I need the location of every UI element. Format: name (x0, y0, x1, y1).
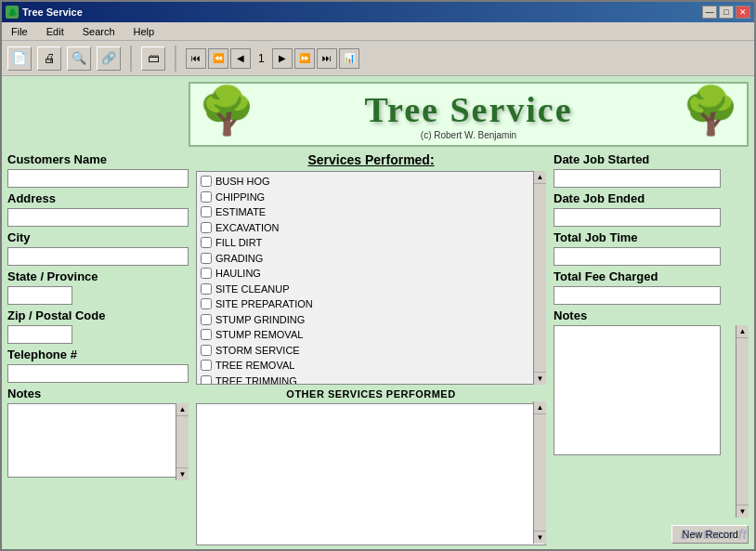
other-scroll-up[interactable]: ▲ (534, 401, 546, 414)
check-treeremoval[interactable] (201, 360, 212, 371)
check-treetrimming[interactable] (201, 375, 212, 385)
service-label: BUSH HOG (215, 174, 270, 190)
customers-name-label: Customers Name (7, 152, 189, 166)
total-fee-label: Total Fee Charged (554, 269, 749, 283)
print-button[interactable]: 🖨 (37, 46, 61, 71)
scroll-down-arrow[interactable]: ▼ (176, 467, 189, 480)
state-group: State / Province (7, 269, 189, 305)
menu-file[interactable]: File (6, 24, 33, 39)
banner-title: Tree Service (364, 89, 572, 130)
main-window: 🌲 Tree Service — □ ✕ File Edit Search He… (0, 0, 756, 551)
scroll-up-arrow[interactable]: ▲ (176, 403, 189, 416)
service-label: TREE REMOVAL (215, 358, 294, 374)
service-label: STUMP REMOVAL (215, 327, 303, 343)
search-button[interactable]: 🔍 (67, 46, 91, 71)
service-hauling: HAULING (201, 266, 541, 282)
other-services-box[interactable] (196, 403, 546, 545)
services-title: Services Performed: (196, 152, 546, 167)
service-siteprep: SITE PREPARATION (201, 296, 541, 312)
service-label: FILL DIRT (215, 235, 262, 251)
check-hauling[interactable] (201, 268, 212, 279)
service-chipping: CHIPPING (201, 190, 541, 205)
service-treeremoval: TREE REMOVAL (201, 358, 541, 374)
notes-scrollbar: ▲ ▼ (176, 403, 189, 480)
service-label: STUMP GRINDING (215, 312, 305, 328)
nav-next[interactable]: ▶ (272, 48, 293, 69)
maximize-button[interactable]: □ (719, 6, 734, 19)
check-chipping[interactable] (201, 191, 212, 203)
nav-controls: ⏮ ⏪ ◀ 1 ▶ ⏩ ⏭ 📊 (186, 48, 359, 69)
nav-report[interactable]: 📊 (339, 48, 359, 69)
date-ended-group: Date Job Ended (554, 191, 749, 227)
separator (130, 46, 132, 72)
service-label: ESTIMATE (215, 204, 266, 220)
state-label: State / Province (7, 269, 189, 283)
phone-input[interactable] (7, 364, 189, 383)
notes-scroll-up[interactable]: ▲ (736, 325, 749, 338)
service-label: STORM SERVICE (215, 343, 300, 359)
other-services-label: OTHER SERVICES PERFORMED (196, 388, 546, 400)
window-controls: — □ ✕ (702, 6, 750, 19)
nav-next-next[interactable]: ⏩ (294, 48, 315, 69)
new-button[interactable]: 📄 (7, 46, 32, 71)
check-excavation[interactable] (201, 222, 212, 233)
check-bushhog[interactable] (201, 176, 212, 187)
check-sitecleanup[interactable] (201, 283, 212, 295)
tree-right-icon: 🌳 (682, 87, 739, 134)
check-stumpremoval[interactable] (201, 329, 212, 340)
customers-name-input[interactable] (7, 169, 189, 188)
close-button[interactable]: ✕ (736, 6, 750, 19)
service-storm: STORM SERVICE (201, 343, 541, 359)
check-siteprep[interactable] (201, 298, 212, 309)
phone-group: Telephone # (7, 348, 189, 383)
middle-column: Services Performed: BUSH HOG CHIPPING ES… (196, 152, 546, 544)
date-started-input[interactable] (554, 169, 721, 188)
zip-input[interactable] (7, 325, 72, 344)
toolbar: 📄 🖨 🔍 🔗 🗃 ⏮ ⏪ ◀ 1 ▶ ⏩ ⏭ 📊 (2, 41, 754, 76)
db-button[interactable]: 🗃 (141, 46, 165, 71)
check-filldirt[interactable] (201, 237, 212, 248)
other-scroll-down[interactable]: ▼ (534, 531, 546, 544)
menu-help[interactable]: Help (128, 24, 161, 39)
phone-label: Telephone # (7, 348, 189, 361)
services-scrollbar: ▲ ▼ (533, 171, 546, 385)
services-scroll-up[interactable]: ▲ (534, 171, 546, 184)
nav-prev[interactable]: ◀ (230, 48, 251, 69)
date-started-group: Date Job Started (554, 152, 749, 188)
check-estimate[interactable] (201, 206, 212, 217)
notes-left-input[interactable] (7, 403, 189, 478)
service-excavation: EXCAVATION (201, 220, 541, 236)
menu-search[interactable]: Search (77, 24, 121, 39)
date-ended-input[interactable] (554, 208, 721, 227)
address-input[interactable] (7, 208, 189, 227)
address-label: Address (7, 191, 189, 205)
minimize-button[interactable]: — (702, 6, 717, 19)
check-storm[interactable] (201, 345, 212, 356)
nav-last[interactable]: ⏭ (317, 48, 337, 69)
separator2 (175, 46, 176, 72)
nav-prev-prev[interactable]: ⏪ (208, 48, 228, 69)
total-fee-input[interactable] (554, 286, 721, 305)
link-button[interactable]: 🔗 (97, 46, 121, 71)
notes-left-group: Notes ▲ ▼ (7, 387, 189, 480)
service-treetrimming: TREE TRIMMING (201, 374, 541, 386)
menu-edit[interactable]: Edit (41, 24, 70, 39)
total-time-input[interactable] (554, 247, 721, 266)
notes-right-input[interactable] (554, 325, 721, 455)
new-record-button[interactable]: New Record (671, 525, 749, 544)
date-ended-label: Date Job Ended (554, 191, 749, 205)
form-area: Customers Name Address City State / Prov… (7, 152, 749, 544)
check-grading[interactable] (201, 253, 212, 264)
service-sitecleanup: SITE CLEANUP (201, 282, 541, 297)
notes-scroll-down[interactable]: ▼ (736, 505, 749, 518)
service-label: SITE CLEANUP (215, 282, 289, 297)
zip-group: Zip / Postal Code (7, 308, 189, 344)
city-input[interactable] (7, 247, 189, 266)
service-label: SITE PREPARATION (215, 296, 313, 312)
nav-first[interactable]: ⏮ (186, 48, 206, 69)
state-input[interactable] (7, 286, 72, 305)
services-scroll-down[interactable]: ▼ (534, 372, 546, 385)
service-label: HAULING (215, 266, 261, 282)
window-title: Tree Service (22, 7, 698, 18)
check-stumpgrind[interactable] (201, 314, 212, 325)
